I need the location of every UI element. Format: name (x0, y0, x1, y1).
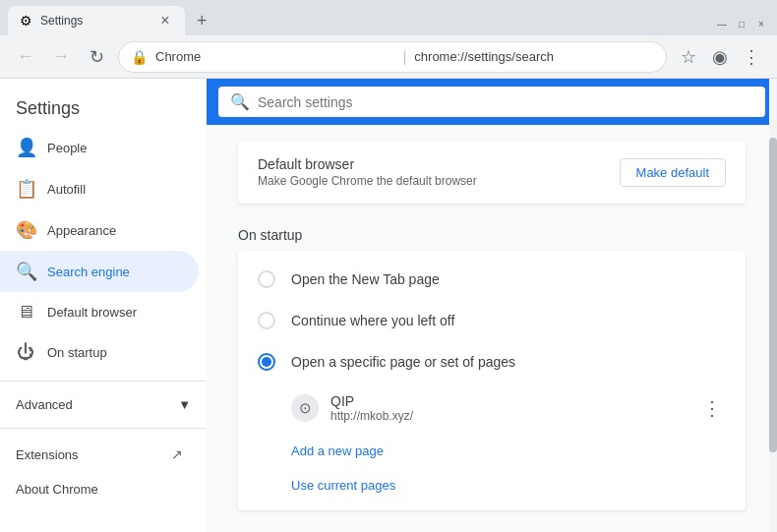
default-browser-title: Default browser (258, 156, 477, 172)
add-new-page-button[interactable]: Add a new page (238, 434, 746, 468)
sidebar-item-search-engine-label: Search engine (47, 265, 130, 279)
chrome-menu-icon[interactable]: ⋮ (738, 43, 765, 71)
sidebar-item-default-browser-label: Default browser (47, 305, 137, 320)
default-browser-card: Default browser Make Google Chrome the d… (238, 141, 746, 204)
default-browser-icon: 🖥 (16, 302, 35, 323)
page-globe-icon: ⊙ (291, 394, 319, 422)
tab-title: Settings (40, 14, 149, 28)
external-link-icon: ↗ (171, 446, 183, 462)
main-content: 🔍 Default browser Make Google Chrome the… (207, 79, 777, 532)
sidebar-item-search-engine[interactable]: 🔍 Search engine (0, 251, 199, 292)
make-default-button[interactable]: Make default (620, 158, 726, 187)
radio-new-tab[interactable] (258, 270, 275, 288)
tab-favicon: ⚙ (20, 13, 32, 29)
page-info: QIP http://mkob.xyz/ (330, 393, 687, 423)
content-area: Default browser Make Google Chrome the d… (207, 125, 777, 532)
search-bar[interactable]: 🔍 (218, 87, 765, 117)
advanced-label: Advanced (16, 397, 73, 412)
sidebar-item-appearance-label: Appearance (47, 223, 116, 238)
on-startup-icon: ⏻ (16, 342, 35, 363)
window-controls: — □ × (714, 16, 769, 35)
sidebar-item-extensions-label: Extensions (16, 447, 79, 462)
omnibar: ← → ↻ 🔒 Chrome | chrome://settings/searc… (0, 35, 777, 79)
sidebar-item-default-browser[interactable]: 🖥 Default browser (0, 292, 199, 332)
account-icon[interactable]: ◉ (706, 43, 734, 71)
scrollbar-track (769, 79, 777, 532)
sidebar-divider-2 (0, 428, 207, 429)
browser-frame: ⚙ Settings × + — □ × ← → ↻ 🔒 Chrome | ch… (0, 0, 777, 532)
radio-specific-page-label: Open a specific page or set of pages (291, 354, 515, 370)
refresh-button[interactable]: ↻ (83, 43, 110, 71)
radio-specific-page[interactable] (258, 353, 275, 371)
bookmark-icon[interactable]: ☆ (675, 43, 702, 71)
sidebar-item-autofill-label: Autofill (47, 182, 86, 197)
globe-icon: ⊙ (299, 399, 312, 417)
title-bar: ⚙ Settings × + — □ × (0, 0, 777, 35)
sidebar-item-autofill[interactable]: 📋 Autofill (0, 168, 199, 209)
sidebar-item-extensions[interactable]: Extensions ↗ (0, 437, 199, 472)
page-options-icon[interactable]: ⋮ (698, 392, 726, 424)
page-name: QIP (330, 393, 687, 409)
back-button[interactable]: ← (12, 43, 39, 71)
startup-page-entry: ⊙ QIP http://mkob.xyz/ ⋮ (238, 383, 746, 434)
on-startup-section-title: On startup (238, 227, 746, 243)
page-url: http://mkob.xyz/ (330, 409, 687, 423)
sidebar-item-on-startup-label: On startup (47, 345, 107, 360)
startup-options-card: Open the New Tab page Continue where you… (238, 251, 746, 510)
active-tab[interactable]: ⚙ Settings × (8, 6, 185, 35)
maximize-button[interactable]: □ (734, 16, 749, 31)
appearance-icon: 🎨 (16, 219, 35, 241)
sidebar-divider (0, 381, 207, 382)
radio-option-specific-page[interactable]: Open a specific page or set of pages (238, 341, 746, 383)
sidebar-item-about-label: About Chrome (16, 482, 98, 497)
minimize-button[interactable]: — (714, 16, 730, 31)
radio-continue[interactable] (258, 312, 275, 329)
search-engine-icon: 🔍 (16, 261, 35, 282)
sidebar-item-appearance[interactable]: 🎨 Appearance (0, 209, 199, 251)
close-window-button[interactable]: × (753, 16, 769, 31)
tab-close-icon[interactable]: × (157, 13, 173, 29)
settings-body: Settings 👤 People 📋 Autofill 🎨 Appearanc… (0, 79, 777, 532)
sidebar: Settings 👤 People 📋 Autofill 🎨 Appearanc… (0, 79, 207, 532)
scrollbar-thumb[interactable] (769, 138, 777, 452)
secure-icon: 🔒 (131, 49, 148, 65)
address-divider: | (403, 49, 407, 65)
address-url: chrome://settings/search (414, 49, 654, 64)
sidebar-item-people-label: People (47, 141, 87, 155)
radio-new-tab-label: Open the New Tab page (291, 271, 440, 287)
use-current-pages-button[interactable]: Use current pages (238, 468, 746, 502)
sidebar-item-on-startup[interactable]: ⏻ On startup (0, 332, 199, 373)
radio-continue-label: Continue where you left off (291, 313, 454, 328)
address-site: Chrome (155, 49, 395, 64)
people-icon: 👤 (16, 137, 35, 158)
omnibar-right: ☆ ◉ ⋮ (675, 43, 765, 71)
radio-option-continue[interactable]: Continue where you left off (238, 300, 746, 341)
search-input[interactable] (258, 94, 753, 110)
sidebar-title: Settings (0, 87, 207, 127)
advanced-chevron-icon: ▼ (178, 397, 191, 412)
sidebar-item-about[interactable]: About Chrome (0, 472, 199, 506)
radio-option-new-tab[interactable]: Open the New Tab page (238, 259, 746, 300)
default-browser-text: Default browser Make Google Chrome the d… (258, 156, 477, 188)
search-bar-wrapper: 🔍 (207, 79, 777, 125)
forward-button[interactable]: → (47, 43, 75, 71)
sidebar-item-people[interactable]: 👤 People (0, 127, 199, 168)
autofill-icon: 📋 (16, 178, 35, 200)
default-browser-subtitle: Make Google Chrome the default browser (258, 174, 477, 188)
new-tab-button[interactable]: + (193, 7, 211, 35)
address-bar[interactable]: 🔒 Chrome | chrome://settings/search (118, 41, 667, 73)
search-icon: 🔍 (230, 92, 250, 111)
advanced-section-toggle[interactable]: Advanced ▼ (0, 389, 207, 420)
